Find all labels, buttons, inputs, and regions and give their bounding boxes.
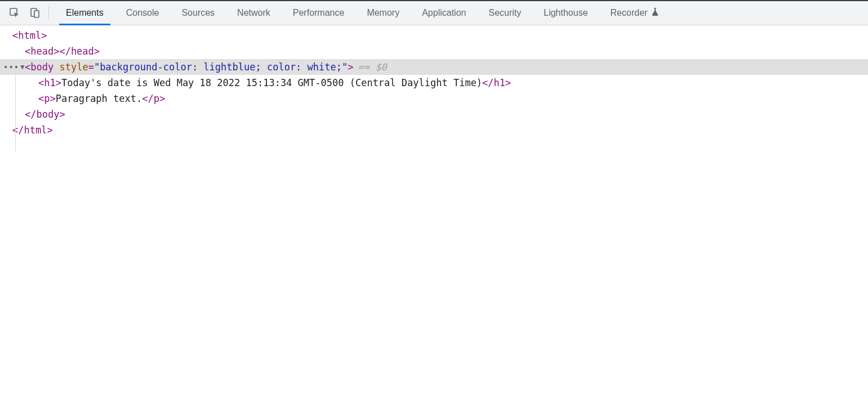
tab-label: Network [237, 8, 270, 18]
tab-network[interactable]: Network [226, 1, 282, 25]
tab-application[interactable]: Application [411, 1, 477, 25]
ellipsis-icon[interactable]: ••• [3, 59, 19, 75]
dom-node-head[interactable]: <head></head> [0, 43, 868, 59]
dom-html-close-text: </html> [12, 124, 53, 136]
tab-label: Recorder [611, 8, 648, 18]
device-toggle-icon[interactable] [27, 5, 43, 21]
inspect-element-icon[interactable] [7, 5, 23, 21]
p-open: <p> [38, 93, 56, 104]
dom-body-open-markup: <body style="background-color: lightblue… [25, 59, 353, 75]
p-close: </p> [142, 93, 165, 104]
devtools-toolbar: Elements Console Sources Network Perform… [0, 0, 868, 25]
tab-security[interactable]: Security [477, 1, 532, 25]
dom-node-p[interactable]: <p>Paragraph text.</p> [0, 91, 868, 106]
tab-recorder[interactable]: Recorder [599, 1, 671, 25]
tab-memory[interactable]: Memory [355, 1, 411, 25]
p-text: Paragraph text. [56, 93, 143, 104]
dom-node-body-open[interactable]: ••• ▼ <body style="background-color: lig… [0, 59, 868, 75]
dom-node-html-open[interactable]: <html> [0, 28, 868, 43]
dom-node-html-close[interactable]: </html> [0, 122, 868, 138]
tab-label: Lighthouse [544, 8, 587, 18]
tab-label: Performance [293, 8, 345, 18]
dom-body-close-text: </body> [25, 109, 65, 120]
dom-html-open-text: <html> [12, 30, 47, 41]
selection-marker: == $0 [358, 59, 386, 75]
expand-caret-icon[interactable]: ▼ [20, 59, 24, 75]
dom-head-text: <head></head> [25, 46, 100, 57]
elements-dom-tree[interactable]: <html> <head></head> ••• ▼ <body style="… [0, 25, 868, 138]
svg-rect-2 [34, 11, 39, 17]
tab-label: Elements [66, 8, 104, 18]
h1-text: Today's date is Wed May 18 2022 15:13:34… [61, 77, 482, 88]
devtools-tabs: Elements Console Sources Network Perform… [55, 1, 671, 25]
tab-label: Console [126, 8, 159, 18]
tab-label: Memory [367, 8, 399, 18]
tab-console[interactable]: Console [115, 1, 171, 25]
tab-performance[interactable]: Performance [282, 1, 356, 25]
dom-node-h1[interactable]: <h1>Today's date is Wed May 18 2022 15:1… [0, 75, 868, 91]
h1-close: </h1> [482, 77, 511, 88]
toolbar-separator [48, 7, 49, 19]
tab-elements[interactable]: Elements [55, 1, 115, 25]
tab-label: Sources [181, 8, 215, 18]
h1-open: <h1> [38, 77, 61, 88]
tab-sources[interactable]: Sources [170, 1, 226, 25]
tab-label: Security [488, 8, 521, 18]
row-gutter: ••• ▼ [0, 59, 25, 75]
flask-icon [651, 7, 660, 19]
tab-label: Application [422, 8, 466, 18]
dom-node-body-close[interactable]: </body> [0, 106, 868, 122]
tab-lighthouse[interactable]: Lighthouse [532, 1, 599, 25]
